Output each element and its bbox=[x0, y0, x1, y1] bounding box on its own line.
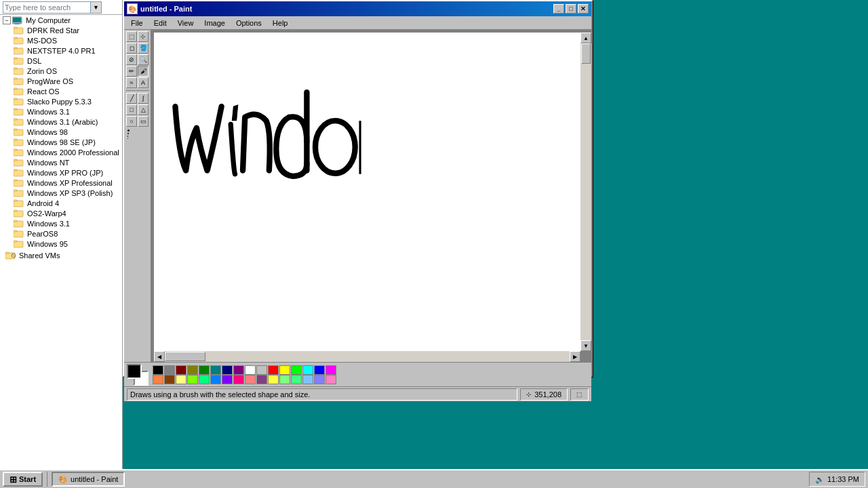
color-swatch-ff80c0[interactable] bbox=[326, 375, 336, 384]
tool-line[interactable]: ╱ bbox=[126, 93, 137, 104]
menu-file[interactable]: File bbox=[125, 18, 149, 28]
sidebar-item-react-os[interactable]: React OS bbox=[0, 86, 122, 96]
color-swatch-40ff80[interactable] bbox=[291, 375, 302, 384]
color-swatch-ff0080[interactable] bbox=[233, 375, 244, 384]
tool-select-free[interactable]: ⊹ bbox=[138, 31, 149, 42]
search-input[interactable] bbox=[3, 1, 91, 14]
scroll-left-btn[interactable]: ◀ bbox=[154, 351, 165, 362]
tool-curve[interactable]: ∫ bbox=[138, 93, 149, 104]
color-swatch-80c0ff[interactable] bbox=[302, 375, 313, 384]
menu-options[interactable]: Options bbox=[231, 18, 267, 28]
tool-eyedropper[interactable]: ⊘ bbox=[126, 54, 137, 65]
sidebar-item-windows-98-se-(jp)[interactable]: Windows 98 SE (JP) bbox=[0, 137, 122, 147]
color-swatch-804080[interactable] bbox=[256, 375, 267, 384]
color-swatch-00ff80[interactable] bbox=[199, 375, 210, 384]
sidebar-item-windows-3.1-(arabic)[interactable]: Windows 3.1 (Arabic) bbox=[0, 117, 122, 127]
sidebar-item-windows-xp-professional[interactable]: Windows XP Professional bbox=[0, 178, 122, 188]
color-swatch-80ff00[interactable] bbox=[187, 375, 198, 384]
sidebar-item-dprk-red-star[interactable]: DPRK Red Star bbox=[0, 25, 122, 35]
scroll-thumb-v[interactable] bbox=[581, 43, 591, 64]
menu-edit[interactable]: Edit bbox=[149, 18, 172, 28]
color-swatch-808000[interactable] bbox=[187, 365, 198, 375]
size-option-1px[interactable] bbox=[126, 138, 149, 140]
sidebar-item-pearos8[interactable]: PearOS8 bbox=[0, 228, 122, 239]
color-swatch-00ffff[interactable] bbox=[302, 365, 313, 375]
color-swatch-800000[interactable] bbox=[176, 365, 186, 375]
tool-brush[interactable]: 🖌 bbox=[138, 66, 149, 77]
close-button[interactable]: ✕ bbox=[578, 4, 589, 14]
color-swatch-ff0000[interactable] bbox=[268, 365, 279, 375]
menu-help[interactable]: Help bbox=[267, 18, 294, 28]
search-dropdown-btn[interactable]: ▼ bbox=[91, 1, 102, 14]
tool-eraser[interactable]: ◻ bbox=[126, 43, 137, 54]
scroll-thumb-h[interactable] bbox=[165, 352, 205, 361]
start-button[interactable]: ⊞ Start bbox=[3, 472, 43, 487]
scroll-down-btn[interactable]: ▼ bbox=[580, 340, 591, 351]
foreground-color[interactable] bbox=[127, 364, 142, 379]
color-swatch-c0c0c0[interactable] bbox=[256, 365, 267, 375]
scroll-track-v[interactable] bbox=[580, 43, 591, 340]
color-swatch-008080[interactable] bbox=[210, 365, 221, 375]
sidebar-item-progware-os[interactable]: ProgWare OS bbox=[0, 76, 122, 86]
sidebar-item-windows-3.1[interactable]: Windows 3.1 bbox=[0, 218, 122, 228]
scroll-right-btn[interactable]: ▶ bbox=[570, 351, 580, 362]
color-swatch-808080[interactable] bbox=[164, 365, 175, 375]
sidebar-item-windows-3.1[interactable]: Windows 3.1 bbox=[0, 106, 122, 117]
color-swatch-804000[interactable] bbox=[164, 375, 175, 384]
sidebar-item-windows-2000-professional[interactable]: Windows 2000 Professional bbox=[0, 147, 122, 157]
menu-image[interactable]: Image bbox=[199, 18, 231, 28]
color-swatch-0000ff[interactable] bbox=[314, 365, 325, 375]
sidebar-item-zorin-os[interactable]: Zorin OS bbox=[0, 66, 122, 76]
color-swatch-800080[interactable] bbox=[233, 365, 244, 375]
color-swatch-80ff80[interactable] bbox=[279, 375, 290, 384]
canvas-area[interactable]: ▲ ▼ ◀ ▶ bbox=[151, 30, 591, 362]
tool-airbrush[interactable]: ≈ bbox=[126, 77, 137, 88]
vertical-scrollbar[interactable]: ▲ ▼ bbox=[580, 33, 591, 351]
expander-my-computer[interactable]: − bbox=[3, 16, 11, 24]
scroll-up-btn[interactable]: ▲ bbox=[580, 33, 591, 43]
color-swatch-ffff80[interactable] bbox=[176, 375, 186, 384]
sidebar-item-windows-xp-pro-(jp)[interactable]: Windows XP PRO (JP) bbox=[0, 167, 122, 178]
color-swatch-000080[interactable] bbox=[222, 365, 233, 375]
sidebar-item-windows-95[interactable]: Windows 95 bbox=[0, 239, 122, 249]
tool-rect[interactable]: □ bbox=[126, 104, 137, 115]
color-swatch-ffff40[interactable] bbox=[268, 375, 279, 384]
paint-canvas[interactable] bbox=[154, 33, 580, 351]
color-swatch-ff8040[interactable] bbox=[153, 375, 163, 384]
tool-zoom[interactable]: 🔍 bbox=[138, 54, 149, 65]
color-swatch-ff00ff[interactable] bbox=[326, 365, 336, 375]
sidebar-item-os2-warp4[interactable]: OS2-Warp4 bbox=[0, 208, 122, 218]
scroll-track-h[interactable] bbox=[165, 351, 570, 362]
sidebar-item-my-computer[interactable]: − My Computer bbox=[0, 15, 122, 25]
color-swatch-0080ff[interactable] bbox=[210, 375, 221, 384]
color-swatch-ff8080[interactable] bbox=[245, 375, 256, 384]
sidebar-item-windows-nt[interactable]: Windows NT bbox=[0, 157, 122, 167]
color-swatch-ffffff[interactable] bbox=[245, 365, 256, 375]
horizontal-scrollbar[interactable]: ◀ ▶ bbox=[154, 351, 580, 362]
sidebar-item-ms-dos[interactable]: MS-DOS bbox=[0, 35, 122, 45]
sidebar-item-android-4[interactable]: Android 4 bbox=[0, 198, 122, 208]
tool-select-rect[interactable]: ⬚ bbox=[126, 31, 137, 42]
tool-text[interactable]: A bbox=[138, 77, 149, 88]
tool-ellipse[interactable]: ○ bbox=[126, 116, 137, 127]
tool-rounded-rect[interactable]: ▭ bbox=[138, 116, 149, 127]
color-swatch-000000[interactable] bbox=[153, 365, 163, 375]
color-swatch-ffff00[interactable] bbox=[279, 365, 290, 375]
tool-pencil[interactable]: ✏ bbox=[126, 66, 137, 77]
tool-fill[interactable]: 🪣 bbox=[138, 43, 149, 54]
sidebar-item-slacko-puppy-5.3.3[interactable]: Slacko Puppy 5.3.3 bbox=[0, 96, 122, 106]
sidebar-item-dsl[interactable]: DSL bbox=[0, 56, 122, 66]
sidebar-item-shared-vms[interactable]: Shared VMs bbox=[0, 250, 122, 260]
tool-polygon[interactable]: △ bbox=[138, 104, 149, 115]
sidebar-item-nextstep-4.0-pr1[interactable]: NEXTSTEP 4.0 PR1 bbox=[0, 45, 122, 56]
maximize-button[interactable]: □ bbox=[566, 4, 576, 14]
menu-view[interactable]: View bbox=[172, 18, 199, 28]
taskbar-paint-btn[interactable]: 🎨 untitled - Paint bbox=[52, 472, 125, 487]
minimize-button[interactable]: _ bbox=[553, 4, 564, 14]
color-swatch-8000ff[interactable] bbox=[222, 375, 233, 384]
sidebar-item-windows-xp-sp3-(polish)[interactable]: Windows XP SP3 (Polish) bbox=[0, 188, 122, 198]
color-swatch-008000[interactable] bbox=[199, 365, 210, 375]
sidebar-item-windows-98[interactable]: Windows 98 bbox=[0, 127, 122, 137]
color-swatch-00ff00[interactable] bbox=[291, 365, 302, 375]
color-swatch-8080ff[interactable] bbox=[314, 375, 325, 384]
